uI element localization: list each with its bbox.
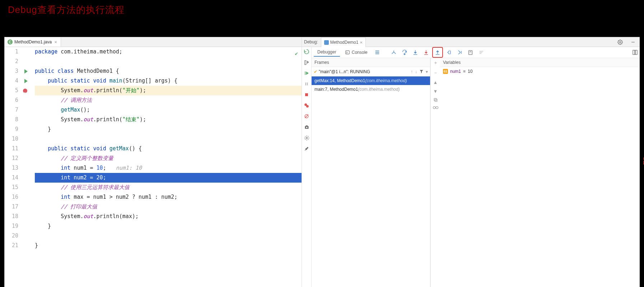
threads-icon[interactable] (373, 48, 382, 57)
variables-panel: Variables 01num1 = 10 (440, 58, 640, 287)
debug-label: Debug: (304, 39, 318, 44)
thread-selector[interactable]: ✔ "main"@1 i...n": RUNNING ↑ ↓ ▾ (312, 67, 430, 76)
debug-header: Debug: MethodDemo1 ✕ (302, 37, 640, 47)
code-line[interactable]: public class MethodDemo1 { (35, 66, 302, 76)
svg-point-9 (306, 105, 309, 108)
code-line[interactable]: getMax(); (35, 105, 302, 115)
close-icon[interactable]: ✕ (360, 41, 363, 44)
show-execution-point-icon[interactable] (389, 48, 398, 57)
resume-icon[interactable] (303, 70, 310, 76)
run-gutter-icon[interactable] (24, 69, 28, 74)
gutter[interactable]: 123456789101112131415161718192021 (5, 47, 31, 287)
java-class-icon: C (8, 39, 13, 44)
glasses-icon[interactable] (433, 106, 438, 109)
add-icon[interactable]: ＋ (433, 60, 438, 66)
variables-list[interactable]: 01num1 = 10 (440, 67, 640, 76)
view-breakpoints-icon[interactable] (303, 102, 310, 109)
trace-current-stream-icon[interactable] (477, 48, 486, 57)
code-line[interactable]: System.out.println(max); (35, 212, 302, 221)
variable-row[interactable]: 01num1 = 10 (440, 67, 640, 76)
code-area[interactable]: ✔ 123456789101112131415161718192021 pack… (5, 47, 302, 287)
code-line[interactable] (35, 134, 302, 144)
variables-header: Variables (440, 58, 640, 67)
force-step-into-icon[interactable] (421, 48, 431, 57)
run-gutter-icon[interactable] (24, 79, 28, 83)
settings-icon[interactable] (303, 135, 310, 141)
svg-rect-35 (633, 50, 635, 55)
code-line[interactable]: int num1 = 10; num1: 10 (35, 163, 302, 173)
code-line[interactable]: System.out.println("开始"); (35, 86, 302, 95)
code-line[interactable]: // 打印最大值 (35, 202, 302, 212)
camera-icon[interactable] (303, 124, 310, 130)
stop-icon[interactable] (303, 91, 310, 98)
code-line[interactable]: public static void main(String[] args) { (35, 76, 302, 86)
svg-point-40 (433, 107, 435, 109)
svg-rect-36 (635, 50, 637, 55)
modify-run-icon[interactable] (303, 59, 310, 66)
primitive-icon: 01 (443, 69, 448, 74)
code-line[interactable] (35, 231, 302, 241)
prev-frame-icon[interactable]: ↑ (411, 69, 413, 74)
code-line[interactable]: } (35, 124, 302, 134)
code-line[interactable]: } (35, 221, 302, 231)
svg-rect-38 (435, 99, 437, 102)
step-out-icon[interactable] (432, 47, 443, 58)
stack-frame[interactable]: main:7, MethodDemo1 (com.itheima.method) (312, 85, 430, 94)
code-line[interactable]: // 定义两个整数变量 (35, 154, 302, 163)
code-line[interactable]: } (35, 241, 302, 250)
drop-frame-icon[interactable] (444, 48, 454, 57)
layout-icon[interactable] (630, 48, 640, 57)
code-line[interactable] (35, 57, 302, 66)
code-line[interactable]: package com.itheima.method; (35, 47, 302, 57)
frames-header: Frames (312, 58, 430, 67)
dropdown-icon[interactable]: ▾ (426, 69, 428, 74)
up-icon[interactable]: ▲ (433, 80, 438, 85)
code-line[interactable]: // 使用三元运算符求最大值 (35, 183, 302, 192)
svg-marker-4 (306, 71, 309, 75)
run-to-cursor-icon[interactable] (455, 48, 465, 57)
code-line[interactable]: int max = num1 > num2 ? num1 : num2; (35, 192, 302, 202)
check-icon: ✔ (314, 69, 317, 74)
svg-rect-39 (434, 98, 437, 101)
code-line[interactable]: public static void getMax() { (35, 144, 302, 154)
close-icon[interactable]: ✕ (53, 40, 58, 44)
svg-point-0 (619, 41, 621, 43)
debug-pane: Debug: MethodDemo1 ✕ (302, 37, 640, 287)
filter-icon[interactable] (419, 69, 424, 74)
file-tab-label: MethodDemo1.java (14, 39, 52, 44)
stack-frame[interactable]: getMax:14, MethodDemo1 (com.itheima.meth… (312, 76, 430, 85)
minimize-icon[interactable] (628, 37, 638, 47)
svg-rect-6 (307, 83, 308, 85)
debug-side-toolbar (302, 47, 312, 287)
copy-icon[interactable] (433, 98, 438, 102)
rerun-icon[interactable] (303, 48, 310, 55)
code-line[interactable]: System.out.println("结束"); (35, 115, 302, 124)
debug-config-tab[interactable]: MethodDemo1 ✕ (321, 37, 366, 47)
svg-point-12 (306, 127, 307, 128)
evaluate-icon[interactable] (466, 48, 475, 57)
svg-marker-37 (420, 70, 423, 73)
svg-rect-28 (469, 50, 472, 54)
svg-rect-2 (304, 60, 306, 64)
remove-icon[interactable]: － (433, 70, 438, 76)
file-tab[interactable]: C MethodDemo1.java ✕ (5, 37, 61, 47)
code-line[interactable]: int num2 = 20; (35, 173, 302, 183)
page-title: Debug查看方法的执行流程 (0, 0, 644, 25)
breakpoint-icon[interactable] (23, 89, 27, 93)
code-line[interactable]: // 调用方法 (35, 95, 302, 105)
next-frame-icon[interactable]: ↓ (415, 69, 417, 74)
svg-rect-3 (305, 71, 305, 75)
step-over-icon[interactable] (400, 48, 409, 57)
gear-icon[interactable] (615, 37, 625, 47)
pin-icon[interactable] (303, 145, 310, 152)
stack-list[interactable]: getMax:14, MethodDemo1 (com.itheima.meth… (312, 76, 430, 94)
code-body[interactable]: package com.itheima.method; public class… (31, 47, 302, 287)
mute-breakpoints-icon[interactable] (303, 113, 310, 119)
tab-console[interactable]: Console (341, 48, 371, 56)
step-into-icon[interactable] (411, 48, 420, 57)
pause-icon[interactable] (303, 81, 310, 87)
app-icon (324, 40, 329, 45)
debug-main: Debugger Console (312, 47, 640, 287)
tab-debugger[interactable]: Debugger (314, 48, 340, 57)
down-icon[interactable]: ▼ (433, 89, 438, 94)
